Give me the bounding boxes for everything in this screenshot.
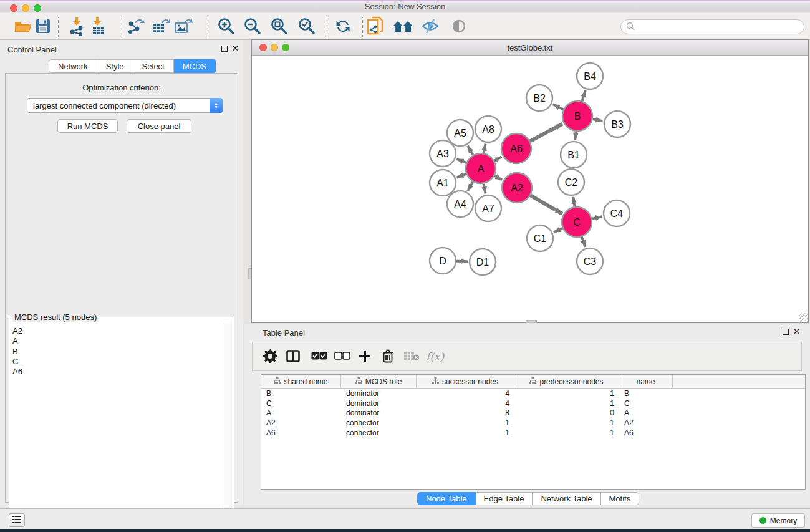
graph-node-A1[interactable]: A1 — [430, 170, 456, 196]
edge-A-A7[interactable] — [484, 184, 486, 194]
tab-motifs[interactable]: Motifs — [601, 492, 640, 505]
graph-node-A4[interactable]: A4 — [447, 191, 473, 217]
duplicate-network-button[interactable] — [365, 16, 386, 37]
network-canvas[interactable]: AA1A2A3A4A5A6A7A8BB1B2B3B4CC1C2C3C4DD1 — [252, 56, 808, 322]
criterion-dropdown[interactable]: largest connected component (directed) ▲… — [27, 98, 223, 113]
graph-node-A[interactable]: A — [466, 153, 496, 183]
import-network-button[interactable] — [66, 16, 87, 37]
graph-node-A2[interactable]: A2 — [502, 173, 532, 203]
column-header-name[interactable]: name — [619, 375, 673, 388]
mcds-result-list[interactable]: A2ABCA6 — [10, 324, 224, 531]
mcds-result-item[interactable]: A6 — [12, 367, 224, 377]
edge-A-A1[interactable] — [456, 174, 466, 178]
mcds-result-item[interactable]: A2 — [12, 326, 224, 336]
edge-C-C4[interactable] — [592, 216, 602, 219]
graph-node-A5[interactable]: A5 — [447, 120, 473, 146]
edge-D-D1[interactable] — [456, 261, 468, 262]
table-cell[interactable]: dominator — [341, 399, 417, 408]
edge-A2-C[interactable] — [531, 195, 562, 213]
mcds-result-item[interactable]: A — [12, 336, 224, 346]
table-cell[interactable]: A — [261, 409, 341, 417]
edge-A-A8[interactable] — [484, 144, 486, 153]
tab-network[interactable]: Network — [49, 59, 97, 73]
graph-node-B3[interactable]: B3 — [604, 111, 630, 137]
tab-network-table[interactable]: Network Table — [533, 492, 600, 505]
edge-C-C1[interactable] — [554, 228, 562, 232]
export-table-button[interactable] — [150, 16, 171, 37]
close-table-panel-icon[interactable]: ✕ — [793, 329, 800, 335]
tab-edge-table[interactable]: Edge Table — [476, 492, 533, 505]
export-image-button[interactable] — [173, 16, 194, 37]
graph-node-D[interactable]: D — [430, 248, 456, 274]
list-scrollbar[interactable] — [224, 324, 233, 531]
table-options-button[interactable] — [263, 348, 277, 365]
mcds-result-item[interactable]: C — [12, 357, 224, 367]
graph-node-A6[interactable]: A6 — [501, 133, 531, 163]
graph-node-C[interactable]: C — [562, 207, 592, 237]
edge-C-C2[interactable] — [573, 197, 574, 206]
graph-node-B[interactable]: B — [562, 101, 592, 131]
table-cell[interactable]: A2 — [261, 418, 341, 427]
table-cell[interactable]: 1 — [417, 418, 514, 427]
graph-node-C2[interactable]: C2 — [558, 169, 584, 195]
edge-A-A3[interactable] — [456, 159, 466, 163]
edge-A6-B[interactable] — [530, 124, 562, 142]
edge-A-A2[interactable] — [494, 176, 502, 180]
graph-node-B4[interactable]: B4 — [577, 63, 603, 89]
table-cell[interactable]: 8 — [417, 409, 514, 417]
select-all-columns-button[interactable] — [311, 348, 327, 365]
graph-node-C4[interactable]: C4 — [604, 200, 630, 226]
table-cell[interactable]: A6 — [619, 428, 673, 437]
table-row[interactable]: A6connector11A6 — [261, 428, 805, 438]
table-cell[interactable]: connector — [341, 428, 417, 437]
tab-style[interactable]: Style — [97, 59, 133, 73]
table-cell[interactable]: A2 — [619, 418, 673, 427]
tab-mcds[interactable]: MCDS — [174, 59, 216, 73]
zoom-fit-button[interactable] — [269, 16, 290, 37]
table-row[interactable]: Bdominator41B — [261, 389, 805, 399]
edge-A-A4[interactable] — [468, 182, 473, 191]
hide-graphics-details-button[interactable] — [420, 16, 441, 37]
delete-columns-button[interactable] — [382, 348, 393, 365]
zoom-out-button[interactable] — [242, 16, 263, 37]
search-input[interactable] — [620, 19, 804, 34]
network-graph[interactable]: AA1A2A3A4A5A6A7A8BB1B2B3B4CC1C2C3C4DD1 — [252, 56, 808, 322]
graph-node-B2[interactable]: B2 — [526, 85, 552, 111]
show-columns-button[interactable] — [286, 348, 300, 365]
edge-B-B2[interactable] — [553, 104, 564, 109]
table-row[interactable]: Adominator80A — [261, 408, 805, 418]
table-cell[interactable]: dominator — [341, 389, 417, 398]
table-cell[interactable]: B — [261, 389, 341, 398]
close-panel-button[interactable]: Close panel — [127, 119, 191, 133]
graph-node-D1[interactable]: D1 — [470, 249, 496, 275]
graph-node-B1[interactable]: B1 — [561, 142, 587, 168]
window-resize-grip[interactable] — [799, 313, 808, 322]
table-cell[interactable]: 0 — [514, 409, 619, 417]
mcds-result-item[interactable]: B — [12, 347, 224, 357]
graph-node-C1[interactable]: C1 — [527, 225, 553, 251]
column-header-predecessor-nodes[interactable]: predecessor nodes — [514, 375, 619, 388]
table-cell[interactable]: C — [261, 399, 341, 408]
tab-node-table[interactable]: Node Table — [417, 492, 476, 505]
table-cell[interactable]: C — [619, 399, 673, 408]
column-header-MCDS-role[interactable]: MCDS role — [341, 375, 417, 388]
table-cell[interactable]: 1 — [514, 399, 619, 408]
splitpane-handle-vertical[interactable] — [248, 268, 251, 279]
splitpane-handle-horizontal[interactable] — [526, 320, 537, 323]
first-neighbors-button[interactable] — [392, 16, 413, 37]
column-header-shared-name[interactable]: shared name — [261, 375, 341, 388]
task-history-button[interactable] — [9, 513, 25, 527]
table-cell[interactable]: 1 — [514, 418, 619, 427]
zoom-selected-button[interactable] — [296, 16, 317, 37]
table-cell[interactable]: B — [619, 389, 673, 398]
table-cell[interactable]: 1 — [417, 428, 514, 437]
table-cell[interactable]: 4 — [417, 399, 514, 408]
graph-node-A3[interactable]: A3 — [430, 140, 456, 167]
edge-B-B3[interactable] — [592, 119, 602, 121]
table-cell[interactable]: 1 — [514, 389, 619, 398]
tab-select[interactable]: Select — [133, 59, 174, 73]
table-cell[interactable]: A6 — [261, 428, 341, 437]
table-cell[interactable]: A — [619, 409, 673, 417]
apply-layout-button[interactable] — [332, 16, 354, 37]
show-graphics-details-button[interactable] — [448, 16, 470, 37]
